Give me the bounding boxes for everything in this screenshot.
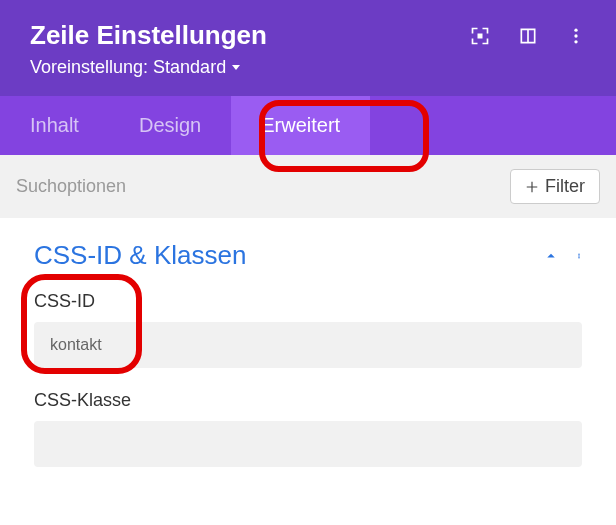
preset-dropdown[interactable]: Voreinstellung: Standard [30, 57, 586, 78]
header-top-row: Zeile Einstellungen [30, 20, 586, 51]
search-bar: Suchoptionen Filter [0, 155, 616, 218]
preset-label: Voreinstellung: Standard [30, 57, 226, 78]
svg-point-3 [578, 253, 580, 255]
svg-point-2 [574, 40, 577, 43]
section-controls [542, 246, 582, 266]
field-css-class: CSS-Klasse [34, 390, 582, 467]
filter-button-label: Filter [545, 176, 585, 197]
tab-design[interactable]: Design [109, 96, 231, 155]
css-id-input[interactable] [34, 322, 582, 368]
svg-point-1 [574, 34, 577, 37]
search-input-placeholder[interactable]: Suchoptionen [16, 176, 126, 197]
svg-point-0 [574, 28, 577, 31]
section-title[interactable]: CSS-ID & Klassen [34, 240, 246, 271]
split-view-icon[interactable] [518, 26, 538, 46]
plus-icon [525, 180, 539, 194]
field-css-id: CSS-ID [34, 291, 582, 368]
css-class-label: CSS-Klasse [34, 390, 582, 411]
modal-title: Zeile Einstellungen [30, 20, 267, 51]
more-vertical-icon[interactable] [576, 246, 582, 266]
tab-erweitert[interactable]: Erweitert [231, 96, 370, 155]
svg-point-4 [578, 255, 580, 257]
chevron-up-icon[interactable] [542, 247, 560, 265]
css-class-input[interactable] [34, 421, 582, 467]
section-header: CSS-ID & Klassen [34, 240, 582, 271]
content-area: CSS-ID & Klassen CSS-ID CSS-Klasse [0, 218, 616, 511]
header-action-icons [470, 26, 586, 46]
modal-header: Zeile Einstellungen Voreinstellung: Stan… [0, 0, 616, 96]
filter-button[interactable]: Filter [510, 169, 600, 204]
more-vertical-icon[interactable] [566, 26, 586, 46]
focus-icon[interactable] [470, 26, 490, 46]
svg-point-5 [578, 257, 580, 259]
tabs-bar: Inhalt Design Erweitert [0, 96, 616, 155]
caret-down-icon [232, 65, 240, 70]
css-id-label: CSS-ID [34, 291, 582, 312]
tab-inhalt[interactable]: Inhalt [0, 96, 109, 155]
